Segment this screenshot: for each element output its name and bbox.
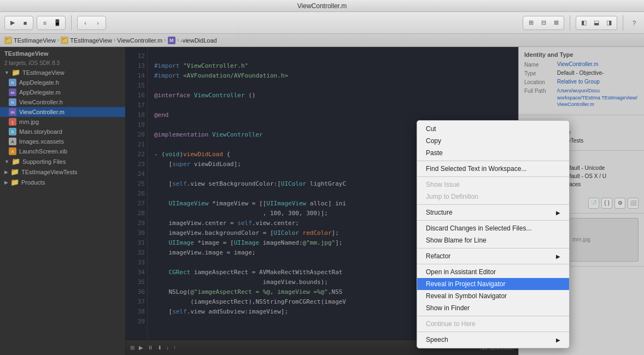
file-m-badge: M — [168, 37, 175, 44]
context-menu-item[interactable]: Cut — [417, 123, 569, 135]
project-name: TEstImageView — [0, 47, 125, 59]
m-icon: m — [9, 88, 16, 96]
context-menu-item[interactable]: Discard Changes in Selected Files... — [417, 222, 569, 234]
storyboard-icon: S — [9, 128, 16, 135]
scheme-button[interactable]: ≡ — [39, 17, 50, 28]
bottom-bar-step-in-btn[interactable]: ↓ — [166, 345, 169, 351]
context-menu-item[interactable]: Structure▶ — [417, 206, 569, 218]
settings-icon-2[interactable]: { } — [601, 198, 612, 209]
context-menu-item[interactable]: Refactor▶ — [417, 250, 569, 262]
sidebar-item-appdelegate-m[interactable]: m AppDelegate.m — [0, 87, 125, 97]
context-menu-item[interactable]: Reveal in Symbol Navigator — [417, 290, 569, 302]
sidebar-group-testimageview[interactable]: ▼ 📁 TEstImageView — [0, 67, 125, 78]
context-menu-item[interactable]: Speech▶ — [417, 334, 569, 346]
assistant-editor-button[interactable]: ⊟ — [538, 17, 549, 28]
context-menu-item[interactable]: Open in Assistant Editor — [417, 266, 569, 278]
thumbnail-label: mm.jpg — [572, 236, 590, 242]
sidebar-label: AppDelegate.h — [19, 79, 59, 86]
sidebar-group-supporting-files[interactable]: ▼ 📁 Supporting Files — [0, 156, 125, 167]
xcassets-icon: A — [9, 138, 16, 145]
help-button[interactable]: ? — [629, 17, 640, 28]
run-stop-group[interactable]: ▶ ■ — [4, 16, 33, 30]
breadcrumb-folder2[interactable]: 📁 TEstImageView — [61, 37, 112, 44]
context-menu-separator — [417, 332, 569, 332]
sidebar-item-mm-jpg[interactable]: j mm.jpg — [0, 117, 125, 127]
location-value: Relative to Group — [557, 79, 639, 85]
panel-toggle-group[interactable]: ◧ ⬓ ◨ — [576, 16, 617, 30]
editor-mode-group[interactable]: ⊞ ⊟ ⊠ — [523, 16, 564, 30]
location-row: Location Relative to Group — [524, 79, 639, 85]
settings-icon-1[interactable]: 📄 — [588, 198, 599, 209]
context-menu-item[interactable]: Show Blame for Line — [417, 234, 569, 246]
left-panel-button[interactable]: ◧ — [578, 17, 589, 28]
identity-type-title: Identity and Type — [524, 51, 639, 58]
bottom-bar-play-btn[interactable]: ▶ — [139, 345, 143, 351]
context-menu-item-label: Cut — [426, 125, 436, 133]
sidebar-item-viewcontroller-h[interactable]: h ViewController.h — [0, 97, 125, 107]
sidebar-item-appdelegate-h[interactable]: h AppDelegate.h — [0, 78, 125, 87]
context-menu: CutCopyPasteFind Selected Text in Worksp… — [417, 120, 570, 348]
sidebar-item-main-storyboard[interactable]: S Main.storyboard — [0, 127, 125, 137]
breadcrumb-method[interactable]: -viewDidLoad — [180, 37, 217, 44]
type-value: Default - Objective- — [557, 70, 639, 76]
right-panel-button[interactable]: ◨ — [604, 17, 614, 28]
context-menu-item[interactable]: Find Selected Text in Workspace... — [417, 163, 569, 175]
sidebar-group-label-supporting: Supporting Files — [22, 158, 66, 165]
context-menu-separator — [417, 161, 569, 161]
context-menu-separator — [417, 316, 569, 316]
sidebar-group-products[interactable]: ▶ 📁 Products — [0, 177, 125, 187]
location-label: Location — [524, 79, 557, 85]
context-menu-item-label: Show in Finder — [426, 304, 470, 312]
breadcrumb-badge[interactable]: M — [168, 37, 175, 44]
h-icon: h — [9, 79, 16, 86]
name-value: ViewController.m — [557, 61, 639, 67]
context-menu-item-label: Speech — [426, 336, 448, 344]
full-path-row: Full Path /Users/wuyun/Docu workspace/TE… — [524, 87, 639, 108]
context-menu-item-label: Show Blame for Line — [426, 236, 487, 244]
separator-1 — [71, 15, 72, 31]
scheme-group[interactable]: ≡ 📱 — [37, 16, 66, 30]
context-menu-item[interactable]: Show in Finder — [417, 302, 569, 314]
settings-icon-4[interactable]: ⬜ — [628, 198, 639, 209]
bottom-bar-view-btn[interactable]: ⊞ — [130, 345, 134, 351]
context-menu-separator — [417, 264, 569, 264]
stop-button[interactable]: ■ — [20, 17, 31, 28]
bottom-bar-step-out-btn[interactable]: ↑ — [173, 345, 176, 351]
breadcrumb-sep-2: › — [114, 37, 115, 43]
breadcrumb-label-1: TEstImageView — [14, 37, 56, 44]
breadcrumb-file[interactable]: ViewController.m — [117, 37, 162, 44]
context-menu-item: Jump to Definition — [417, 191, 569, 203]
standard-editor-button[interactable]: ⊞ — [525, 17, 536, 28]
code-line — [154, 81, 512, 91]
context-menu-item-label: Refactor — [426, 252, 450, 260]
sidebar-item-viewcontroller-m[interactable]: m ViewController.m — [0, 107, 125, 117]
device-button[interactable]: 📱 — [52, 17, 63, 28]
context-menu-item-label: Discard Changes in Selected Files... — [426, 224, 531, 232]
bottom-panel-button[interactable]: ⬓ — [591, 17, 602, 28]
arrow-icon: ▼ — [4, 70, 9, 75]
breadcrumb-label-5: -viewDidLoad — [180, 37, 217, 44]
context-menu-item-label: Structure — [426, 209, 453, 216]
back-button[interactable]: ‹ — [80, 17, 91, 28]
version-editor-button[interactable]: ⊠ — [551, 17, 561, 28]
back-forward-group[interactable]: ‹ › — [77, 16, 106, 30]
m-icon: m — [9, 108, 16, 116]
context-menu-item[interactable]: Paste — [417, 147, 569, 159]
code-line — [154, 100, 512, 110]
breadcrumb-sep-4: › — [177, 37, 179, 43]
sidebar-item-launchscreen-xib[interactable]: X LaunchScreen.xib — [0, 146, 125, 156]
context-menu-item[interactable]: Copy — [417, 135, 569, 147]
context-menu-item[interactable]: Reveal in Project Navigator — [417, 278, 569, 290]
breadcrumb-bar: 📁 TEstImageView › 📁 TEstImageView › View… — [0, 34, 644, 47]
sidebar-item-images-xcassets[interactable]: A Images.xcassets — [0, 137, 125, 146]
forward-button[interactable]: › — [92, 17, 103, 28]
title-bar: ViewController.m — [0, 0, 644, 12]
bottom-bar-pause-btn[interactable]: ⏸ — [148, 345, 153, 351]
breadcrumb-sep-3: › — [164, 37, 166, 43]
bottom-bar-step-over-btn[interactable]: ⬇ — [157, 345, 162, 351]
run-button[interactable]: ▶ — [7, 17, 18, 28]
context-menu-item-label: Continue to Here — [426, 320, 476, 328]
settings-icon-3[interactable]: ⚙ — [614, 198, 625, 209]
breadcrumb-folder1[interactable]: 📁 TEstImageView — [4, 37, 56, 44]
sidebar-group-tests[interactable]: ▶ 📁 TEstImageViewTests — [0, 167, 125, 177]
